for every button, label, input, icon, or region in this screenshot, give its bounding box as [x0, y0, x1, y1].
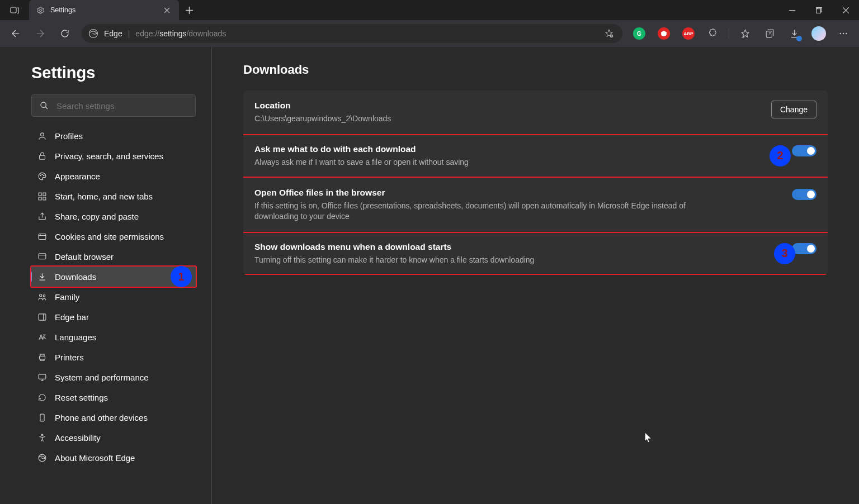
location-title: Location	[254, 101, 762, 111]
extension-ublock[interactable]	[653, 22, 675, 45]
nav-accessibility[interactable]: Accessibility	[30, 427, 197, 448]
svg-point-15	[41, 174, 42, 174]
extension-abp[interactable]: ABP	[677, 22, 700, 45]
settings-search[interactable]	[31, 94, 196, 117]
svg-rect-22	[39, 253, 46, 259]
svg-point-24	[43, 294, 45, 297]
annotation-badge-3: 3	[774, 243, 795, 264]
extensions-button[interactable]	[702, 22, 724, 45]
svg-rect-4	[816, 8, 820, 13]
language-icon	[37, 332, 47, 342]
svg-rect-19	[39, 197, 41, 199]
nav-default-browser[interactable]: Default browser	[30, 246, 197, 267]
profile-icon	[37, 131, 47, 141]
nav-start-home[interactable]: Start, home, and new tabs	[30, 186, 197, 206]
cursor-icon	[645, 432, 653, 444]
show-menu-row: Show downloads menu when a download star…	[243, 232, 828, 275]
extension-grammarly[interactable]: G	[628, 22, 650, 45]
nav-system[interactable]: System and performance	[30, 367, 197, 387]
address-label: Edge	[104, 29, 122, 38]
download-badge-icon	[796, 36, 802, 41]
show-menu-title: Show downloads menu when a download star…	[254, 242, 783, 252]
titlebar: Settings	[0, 0, 859, 20]
tab-close-button[interactable]	[161, 4, 172, 16]
nav-privacy[interactable]: Privacy, search, and services	[30, 146, 197, 166]
nav-appearance[interactable]: Appearance	[30, 166, 197, 186]
nav-edge-bar[interactable]: Edge bar	[30, 307, 197, 327]
lock-icon	[37, 151, 47, 161]
grid-icon	[37, 191, 47, 201]
svg-rect-26	[39, 356, 45, 359]
svg-rect-0	[11, 7, 16, 13]
annotation-badge-2: 2	[770, 145, 791, 167]
ask-download-toggle[interactable]	[792, 145, 816, 156]
download-icon	[37, 272, 47, 282]
svg-rect-20	[43, 197, 45, 199]
menu-button[interactable]	[832, 22, 855, 45]
tab-overview-button[interactable]	[0, 0, 29, 20]
printer-icon	[37, 352, 47, 362]
favorite-star-button[interactable]	[601, 26, 617, 41]
ask-download-row: Ask me what to do with each download Alw…	[243, 134, 828, 178]
address-bar[interactable]: Edge | edge://settings/downloads	[82, 24, 622, 43]
nav-cookies[interactable]: Cookies and site permissions	[30, 226, 197, 246]
gear-icon	[36, 6, 45, 15]
svg-point-8	[840, 33, 841, 34]
nav-family[interactable]: Family	[30, 287, 197, 307]
back-button[interactable]	[4, 22, 27, 45]
minimize-button[interactable]	[778, 0, 805, 20]
maximize-button[interactable]	[805, 0, 832, 20]
svg-rect-25	[39, 313, 46, 320]
browser-icon	[37, 251, 47, 261]
reset-icon	[37, 392, 47, 402]
nav-printers[interactable]: Printers	[30, 347, 197, 367]
svg-point-10	[846, 33, 847, 34]
browser-tab-active[interactable]: Settings	[29, 0, 179, 20]
office-files-desc: If this setting is on, Office files (pre…	[254, 201, 713, 222]
new-tab-button[interactable]	[179, 0, 199, 20]
nav-languages[interactable]: Languages	[30, 327, 197, 347]
forward-button[interactable]	[29, 22, 51, 45]
refresh-button[interactable]	[54, 22, 76, 45]
tab-title: Settings	[50, 6, 161, 14]
svg-rect-17	[39, 193, 41, 196]
nav-phone[interactable]: Phone and other devices	[30, 407, 197, 427]
family-icon	[37, 292, 47, 302]
profile-avatar[interactable]	[808, 22, 830, 45]
svg-rect-18	[43, 193, 45, 196]
monitor-icon	[37, 372, 47, 382]
svg-point-12	[40, 132, 44, 136]
nav-share-copy[interactable]: Share, copy and paste	[30, 206, 197, 226]
cookie-icon	[37, 231, 47, 241]
ask-download-title: Ask me what to do with each download	[254, 144, 783, 154]
phone-icon	[37, 412, 47, 422]
nav-about[interactable]: About Microsoft Edge	[30, 448, 197, 468]
svg-point-9	[843, 33, 844, 34]
search-input[interactable]	[55, 101, 187, 111]
nav-reset[interactable]: Reset settings	[30, 387, 197, 407]
office-files-toggle[interactable]	[792, 189, 816, 200]
ask-download-desc: Always ask me if I want to save a file o…	[254, 157, 783, 168]
svg-rect-27	[39, 374, 46, 379]
show-menu-toggle[interactable]	[792, 243, 816, 254]
favorites-button[interactable]	[734, 22, 756, 45]
change-location-button[interactable]: Change	[771, 101, 816, 118]
toolbar: Edge | edge://settings/downloads G ABP	[0, 20, 859, 47]
annotation-badge-1: 1	[171, 266, 192, 287]
nav-profiles[interactable]: Profiles	[30, 126, 197, 146]
close-window-button[interactable]	[832, 0, 859, 20]
address-text: Edge | edge://settings/downloads	[104, 29, 601, 38]
page-title: Downloads	[243, 63, 828, 77]
collections-button[interactable]	[758, 22, 781, 45]
settings-sidebar: Settings Profiles Privacy, search, and s…	[0, 47, 212, 504]
downloads-button[interactable]	[783, 22, 805, 45]
svg-point-23	[39, 294, 41, 296]
location-path: C:\Users\gearupwindows_2\Downloads	[254, 113, 762, 124]
share-icon	[37, 211, 47, 221]
search-icon	[40, 101, 49, 110]
svg-rect-21	[39, 234, 46, 239]
edge-logo-icon	[37, 453, 47, 463]
svg-rect-13	[39, 155, 45, 159]
location-row: Location C:\Users\gearupwindows_2\Downlo…	[243, 91, 828, 134]
svg-point-29	[41, 434, 43, 436]
